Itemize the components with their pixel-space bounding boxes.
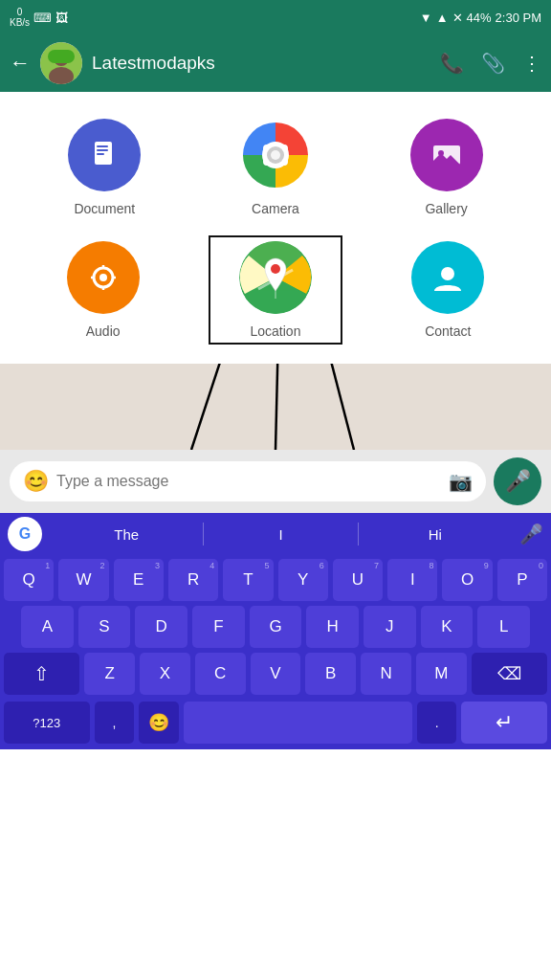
emoji-button[interactable]: 😊 <box>23 469 49 494</box>
contact-label: Contact <box>425 323 471 339</box>
data-speed: 0KB/s <box>10 7 30 28</box>
attach-row-2: Audio Location <box>19 235 532 345</box>
status-right: ▼ ▲ ✕ 44% 2:30 PM <box>420 11 541 25</box>
key-w[interactable]: 2W <box>58 559 108 601</box>
document-label: Document <box>74 201 135 216</box>
key-k[interactable]: K <box>421 606 474 648</box>
period-key[interactable]: . <box>417 702 457 744</box>
kb-bottom-row: ?123 , 😊 . ↵ <box>0 702 551 749</box>
wifi-icon: ▼ <box>420 11 432 25</box>
attach-gallery[interactable]: Gallery <box>385 119 509 216</box>
contact-icon <box>411 241 484 314</box>
key-v[interactable]: V <box>251 653 301 695</box>
avatar <box>40 42 82 84</box>
symbols-key[interactable]: ?123 <box>4 702 90 744</box>
key-p[interactable]: 0P <box>497 559 547 601</box>
backspace-key[interactable]: ⌫ <box>472 653 547 695</box>
emoji-key[interactable]: 😊 <box>139 702 179 744</box>
svg-point-24 <box>271 264 280 274</box>
contact-name: Latestmodapks <box>92 53 430 74</box>
key-o[interactable]: 9O <box>442 559 492 601</box>
key-i[interactable]: 8I <box>387 559 437 601</box>
kb-suggestions-row: G The I Hi 🎤 <box>0 513 551 555</box>
message-bar: 😊 📷 🎤 <box>0 450 551 513</box>
kb-row-2: A S D F G H J K L <box>4 606 547 648</box>
key-h[interactable]: H <box>306 606 359 648</box>
enter-key[interactable]: ↵ <box>461 702 547 744</box>
image-icon: 🖼 <box>55 11 68 25</box>
call-button[interactable]: 📞 <box>440 52 464 75</box>
location-label: Location <box>251 323 301 339</box>
svg-line-28 <box>282 364 354 450</box>
header-actions: 📞 📎 ⋮ <box>440 52 541 75</box>
comma-key[interactable]: , <box>95 702 135 744</box>
attach-button[interactable]: 📎 <box>481 52 505 75</box>
key-t[interactable]: 5T <box>223 559 273 601</box>
key-x[interactable]: X <box>140 653 190 695</box>
camera-icon <box>239 119 312 191</box>
key-a[interactable]: A <box>21 606 74 648</box>
more-button[interactable]: ⋮ <box>522 52 541 75</box>
status-bar: 0KB/s ⌨ 🖼 ▼ ▲ ✕ 44% 2:30 PM <box>0 0 551 34</box>
kb-rows: 1Q 2W 3E 4R 5T 6Y 7U 8I 9O 0P A S D F G … <box>0 555 551 702</box>
signal-icon: ▲ <box>436 11 449 25</box>
key-b[interactable]: B <box>305 653 356 695</box>
keyboard-icon: ⌨ <box>33 11 52 25</box>
key-e[interactable]: 3E <box>114 559 164 601</box>
key-c[interactable]: C <box>195 653 246 695</box>
svg-line-26 <box>191 364 282 450</box>
svg-rect-3 <box>48 50 75 63</box>
status-left: 0KB/s ⌨ 🖼 <box>10 7 68 28</box>
location-icon <box>239 241 312 314</box>
voice-input-button[interactable]: 🎤 <box>519 523 543 546</box>
header: ← Latestmodapks 📞 📎 ⋮ <box>0 34 551 92</box>
key-g[interactable]: G <box>250 606 302 648</box>
camera-button[interactable]: 📷 <box>449 470 473 493</box>
attach-row-1: Document Camera <box>19 119 532 216</box>
gallery-label: Gallery <box>425 201 467 216</box>
annotation-arrows <box>0 364 551 450</box>
svg-point-16 <box>99 274 107 281</box>
attach-location[interactable]: Location <box>209 235 342 345</box>
svg-point-25 <box>441 267 454 280</box>
svg-line-27 <box>276 364 282 450</box>
key-j[interactable]: J <box>364 606 416 648</box>
attach-contact[interactable]: Contact <box>386 241 510 339</box>
kb-row-3: ⇧ Z X C V B N M ⌫ <box>4 653 547 695</box>
gallery-icon <box>410 119 483 191</box>
back-button[interactable]: ← <box>10 51 31 76</box>
key-f[interactable]: F <box>192 606 245 648</box>
mic-button[interactable]: 🎤 <box>494 457 541 505</box>
key-r[interactable]: 4R <box>168 559 218 601</box>
suggestion-3[interactable]: Hi <box>359 523 512 546</box>
key-n[interactable]: N <box>361 653 411 695</box>
shift-key[interactable]: ⇧ <box>4 653 79 695</box>
key-s[interactable]: S <box>78 606 131 648</box>
key-u[interactable]: 7U <box>333 559 383 601</box>
time: 2:30 PM <box>496 11 541 25</box>
message-input[interactable] <box>56 473 441 490</box>
signal-x-icon: ✕ <box>452 11 463 25</box>
key-y[interactable]: 6Y <box>278 559 328 601</box>
suggestion-2[interactable]: I <box>204 523 357 546</box>
attach-audio[interactable]: Audio <box>41 241 165 339</box>
key-d[interactable]: D <box>135 606 187 648</box>
attach-document[interactable]: Document <box>42 119 166 216</box>
google-g-icon: G <box>8 517 42 551</box>
key-m[interactable]: M <box>416 653 467 695</box>
chat-area <box>0 364 551 450</box>
document-icon <box>68 119 141 191</box>
audio-icon <box>67 241 140 314</box>
attach-camera[interactable]: Camera <box>213 119 338 216</box>
key-z[interactable]: Z <box>84 653 135 695</box>
svg-point-12 <box>271 150 280 160</box>
camera-label: Camera <box>252 201 299 216</box>
svg-rect-6 <box>97 149 108 151</box>
key-l[interactable]: L <box>477 606 530 648</box>
audio-label: Audio <box>86 323 121 339</box>
space-key[interactable] <box>184 702 412 744</box>
battery-level: 44% <box>467 11 492 25</box>
key-q[interactable]: 1Q <box>4 559 54 601</box>
keyboard: G The I Hi 🎤 1Q 2W 3E 4R 5T 6Y 7U 8I 9O … <box>0 513 551 749</box>
suggestion-1[interactable]: The <box>50 523 203 546</box>
